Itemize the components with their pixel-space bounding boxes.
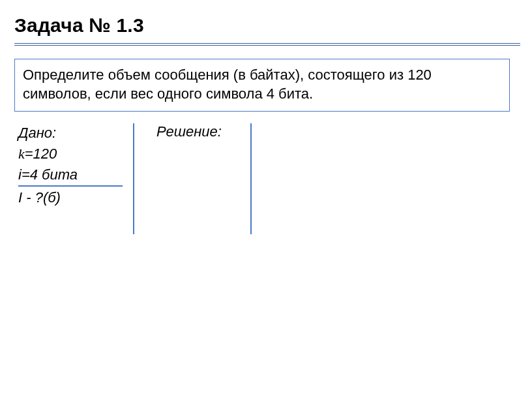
given-block: Дано: k=120 i=4 бита I - ?(б)	[18, 123, 123, 209]
title-rule	[14, 43, 520, 46]
solution-label: Решение:	[156, 123, 222, 140]
k-variable: k	[18, 146, 25, 162]
given-line-i: i=4 бита	[18, 165, 123, 187]
work-row: Дано: k=120 i=4 бита I - ?(б) Решение:	[18, 123, 520, 209]
given-line-k: k=120	[18, 144, 123, 164]
given-separator	[133, 123, 134, 234]
k-value: =120	[25, 146, 57, 162]
given-label: Дано:	[18, 123, 123, 143]
page-title: Задача № 1.3	[14, 14, 520, 37]
problem-box: Определите объем сообщения (в байтах), с…	[14, 59, 510, 112]
slide: Задача № 1.3 Определите объем сообщения …	[0, 0, 532, 209]
solution-separator	[250, 123, 252, 234]
solution-block: Решение:	[156, 123, 248, 140]
given-line-I: I - ?(б)	[18, 188, 123, 208]
